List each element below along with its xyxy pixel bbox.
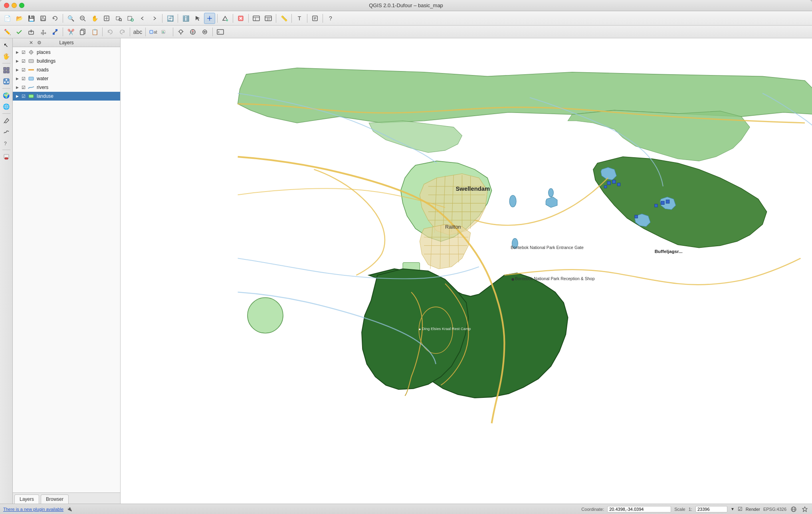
globe2-tool[interactable]: 🌐 [1,101,12,112]
deselect-button[interactable] [235,13,246,24]
svg-rect-36 [55,29,57,31]
abc-label-button[interactable]: abc [132,26,143,38]
save-as-button[interactable] [38,13,49,24]
open-project-button[interactable]: 📂 [14,13,25,24]
settings-status-button[interactable] [801,505,809,513]
field-calc-button[interactable]: ε [215,26,226,38]
layer-item-rivers[interactable]: ▶ ☑ rivers [13,83,120,92]
symbol-button[interactable]: abc [148,26,159,38]
scale-dropdown-icon[interactable]: ▼ [731,507,735,511]
layer-name-rivers: rivers [37,85,119,90]
layer-item-buildings[interactable]: ▶ ☑ buildings [13,57,120,65]
pen-tool[interactable] [1,115,12,126]
redo-button[interactable] [117,26,128,38]
node-tool-button[interactable] [50,26,61,38]
coordinate-input[interactable] [607,506,671,512]
measure-button[interactable]: 📏 [278,13,289,24]
svg-rect-60 [4,67,6,70]
paste-features-button[interactable]: 📋 [89,26,100,38]
snap-button[interactable] [199,26,210,38]
crs-button[interactable] [790,505,798,513]
layers-header-icons: ✕ ⚙ [28,40,42,46]
layer-check-buildings[interactable]: ☑ [21,58,26,64]
pinpoint-button[interactable] [175,26,186,38]
select-button[interactable] [192,13,203,24]
layer-expand-roads[interactable]: ▶ [14,67,20,73]
render-checkbox[interactable]: ☑ [738,506,743,512]
svg-text:Bontebok National Park Recepti: Bontebok National Park Reception & Shop [515,276,595,281]
window-title: QGIS 2.0.1-Dufour – basic_map [369,2,443,8]
zoom-layer-button[interactable] [125,13,136,24]
svg-rect-63 [7,71,9,73]
label-button[interactable]: T [294,13,305,24]
zoom-out-button[interactable] [77,13,88,24]
layer-item-water[interactable]: ▶ ☑ water [13,74,120,83]
zoom-selection-button[interactable] [113,13,124,24]
scale-input[interactable] [695,506,727,512]
layer-expand-places[interactable]: ▶ [14,49,20,55]
cut-features-button[interactable]: ✂️ [65,26,76,38]
layer-check-landuse[interactable]: ☑ [21,93,26,99]
layer-check-roads[interactable]: ☑ [21,67,26,73]
refresh-button[interactable]: 🔄 [164,13,176,24]
hand-tool[interactable]: 🖐 [1,51,12,61]
map-svg: Swellendam Railton Bontebok National Par… [121,38,812,504]
map-area[interactable]: Swellendam Railton Bontebok National Par… [121,38,812,504]
maximize-button[interactable] [19,3,24,8]
red-square-tool[interactable] [1,152,12,162]
svg-point-65 [6,79,7,81]
tab-layers[interactable]: Layers [14,494,39,504]
layer-item-places[interactable]: ▶ ☑ places [13,48,120,57]
copy-features-button[interactable] [77,26,88,38]
digitize-tool[interactable] [1,76,12,87]
layers-tabs: Layers Browser [13,492,120,504]
layer-expand-rivers[interactable]: ▶ [14,85,20,90]
edit-mode-button[interactable]: ✏️ [2,26,13,38]
zoom-in-button[interactable]: 🔍 [65,13,76,24]
layer-expand-water[interactable]: ▶ [14,76,20,81]
layer-expand-buildings[interactable]: ▶ [14,58,20,64]
pointer-tool[interactable]: ↖ [1,40,12,50]
zoom-next-button[interactable] [149,13,160,24]
grid-tool[interactable] [1,65,12,75]
add-vector-button[interactable]: + [220,13,231,24]
annotation-tool[interactable]: ? [1,138,12,148]
revert-button[interactable] [50,13,61,24]
svg-text:Σ: Σ [268,18,270,20]
minimize-button[interactable] [12,3,17,8]
layer-check-rivers[interactable]: ☑ [21,85,26,90]
zoom-last-button[interactable] [137,13,148,24]
svg-rect-40 [150,30,153,34]
pan-map-button[interactable] [204,13,215,24]
save-project-button[interactable]: 💾 [26,13,37,24]
stats-button[interactable]: Σ [263,13,274,24]
layer-settings-icon[interactable]: ⚙ [36,40,42,46]
tab-browser[interactable]: Browser [41,494,69,504]
layer-check-water[interactable]: ☑ [21,76,26,81]
identify-button[interactable]: ℹ️ [180,13,191,24]
save-edits-button[interactable] [14,26,25,38]
layer-check-places[interactable]: ☑ [21,49,26,55]
open-table-button[interactable] [251,13,262,24]
globe-tool[interactable]: 🌍 [1,90,12,101]
undo-button[interactable] [105,26,116,38]
plugin-notice-link[interactable]: There is a new plugin available [3,507,63,512]
squiggle-tool[interactable] [1,127,12,137]
layer-item-roads[interactable]: ▶ ☑ roads [13,65,120,74]
pan-button[interactable]: ✋ [89,13,100,24]
help-button[interactable]: ? [325,13,336,24]
move-feature-button[interactable] [38,26,49,38]
svg-rect-75 [29,59,34,63]
composer-button[interactable] [309,13,321,24]
svg-rect-118 [604,186,607,188]
new-project-button[interactable]: 📄 [2,13,13,24]
layer-expand-landuse[interactable]: ▶ [14,93,20,99]
close-button[interactable] [4,3,9,8]
bearing-button[interactable] [187,26,198,38]
zoom-extent-button[interactable] [101,13,112,24]
layer-diagram-button[interactable] [160,26,171,38]
add-feature-button[interactable] [26,26,37,38]
layer-item-landuse[interactable]: ▶ ☑ landuse [13,92,120,101]
epsg-label: EPSG:4326 [763,507,786,512]
layer-close-icon[interactable]: ✕ [28,40,34,46]
